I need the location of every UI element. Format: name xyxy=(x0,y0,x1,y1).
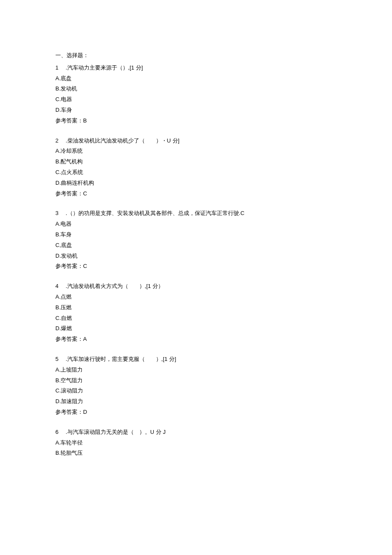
question-option: D.车身 xyxy=(55,106,337,115)
question-option: A.底盘 xyxy=(55,74,337,83)
question-option: C.电器 xyxy=(55,95,337,104)
question-option: D.加速阻力 xyxy=(55,397,337,406)
question-stem: 1 .汽车动力主要来源于（）,[1 分] xyxy=(55,64,337,73)
document-page: 一、选择题： 1 .汽车动力主要来源于（）,[1 分] A.底盘 B.发动机 C… xyxy=(0,0,392,555)
question-option: B.配气机构 xyxy=(55,157,337,166)
question-option: A.点燃 xyxy=(55,293,337,302)
question-option: D.发动机 xyxy=(55,252,337,261)
question-text: .柴油发动机比汽油发动机少了（ ）・U 分] xyxy=(66,137,337,145)
question-stem: 4 .汽油发动机着火方式为（ ）,[1 分） xyxy=(55,282,337,291)
question-answer: 参考答案：C xyxy=(55,189,337,198)
question-option: D.曲柄连杆机构 xyxy=(55,179,337,188)
question-answer: 参考答案：C xyxy=(55,262,337,271)
question-option: A.车轮半径 xyxy=(55,439,337,447)
question-stem: 3 .（）的功用是支撑、安装发动机及其各部件、总成，保证汽车正常行驶.C xyxy=(55,209,337,218)
question-number: 5 xyxy=(55,355,60,364)
question-option: A.上坡阻力 xyxy=(55,366,337,375)
question-number: 1 xyxy=(55,64,60,73)
question-option: C.滚动阻力 xyxy=(55,386,337,395)
question-text: .（）的功用是支撑、安装发动机及其各部件、总成，保证汽车正常行驶.C xyxy=(66,209,337,218)
question-option: A.冷却系统 xyxy=(55,147,337,156)
question-option: D.爆燃 xyxy=(55,324,337,333)
question-text: .与汽车滚动阻力无关的是（ ）。U 分 J xyxy=(66,428,337,437)
question-option: B.轮胎气压 xyxy=(55,449,337,458)
question-stem: 2 .柴油发动机比汽油发动机少了（ ）・U 分] xyxy=(55,137,337,145)
question-option: B.空气阻力 xyxy=(55,376,337,385)
question-text: .汽油发动机着火方式为（ ）,[1 分） xyxy=(66,282,337,291)
question-option: A.电器 xyxy=(55,220,337,229)
question-number: 3 xyxy=(55,209,60,218)
question-option: B.发动机 xyxy=(55,84,337,93)
question-text: .汽车动力主要来源于（）,[1 分] xyxy=(66,64,337,73)
question-number: 4 xyxy=(55,282,60,291)
question-text: .汽车加速行驶时，需主要克服（ ）,[1 分] xyxy=(66,355,337,364)
question-number: 6 xyxy=(55,428,60,437)
question-option: B.压燃 xyxy=(55,303,337,312)
question-answer: 参考答案：A xyxy=(55,335,337,344)
question-option: B.车身 xyxy=(55,230,337,239)
question-answer: 参考答案：D xyxy=(55,408,337,417)
question-option: C.自燃 xyxy=(55,314,337,323)
question-number: 2 xyxy=(55,137,60,145)
question-answer: 参考答案：B xyxy=(55,116,337,125)
question-stem: 6 .与汽车滚动阻力无关的是（ ）。U 分 J xyxy=(55,428,337,437)
question-option: C,底盘 xyxy=(55,241,337,250)
section-title: 一、选择题： xyxy=(55,51,337,60)
question-stem: 5 .汽车加速行驶时，需主要克服（ ）,[1 分] xyxy=(55,355,337,364)
question-option: C.点火系统 xyxy=(55,168,337,177)
